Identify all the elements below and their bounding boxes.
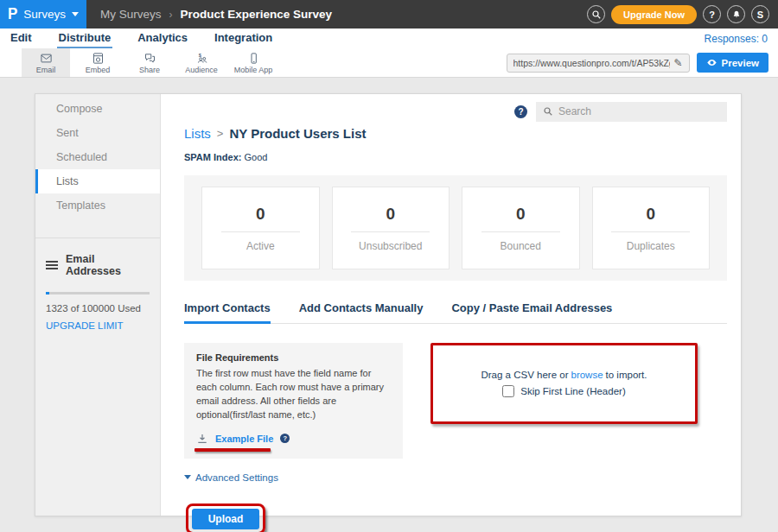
sidebar-item-templates[interactable]: Templates <box>35 193 160 218</box>
eye-icon <box>706 57 717 68</box>
tab-add-contacts-manually[interactable]: Add Contacts Manually <box>299 301 424 324</box>
search-icon <box>591 10 602 20</box>
skip-first-line-checkbox[interactable] <box>502 385 514 397</box>
file-requirements-body: The first row must have the field name f… <box>196 367 391 422</box>
dropzone-text-after: to import. <box>606 370 647 380</box>
survey-url-box: ✎ <box>507 54 690 73</box>
responses-count[interactable]: Responses: 0 <box>705 28 778 48</box>
upgrade-limit-link[interactable]: UPGRADE LIMIT <box>46 320 150 331</box>
stat-value: 0 <box>386 205 395 224</box>
contacts-search-input[interactable] <box>558 105 720 117</box>
chevron-down-icon <box>184 475 191 479</box>
page-help-button[interactable]: ? <box>514 105 527 118</box>
channel-audience[interactable]: $ Audience <box>177 48 226 77</box>
download-icon <box>196 433 208 445</box>
channel-label: Audience <box>185 66 218 74</box>
channel-label: Embed <box>86 66 111 74</box>
stat-card-duplicates: 0 Duplicates <box>592 187 711 269</box>
mobile-app-icon <box>247 52 260 65</box>
stat-value: 0 <box>256 205 265 224</box>
advanced-settings-label: Advanced Settings <box>195 472 278 483</box>
stat-label: Duplicates <box>627 240 675 252</box>
email-sidebar: Compose Sent Scheduled Lists Templates E… <box>35 94 161 516</box>
sidebar-item-scheduled[interactable]: Scheduled <box>35 145 160 169</box>
list-icon <box>46 261 58 269</box>
distribute-toolbar: Email Embed Share $ Audience Mobile App … <box>0 48 778 78</box>
stat-label: Active <box>246 240 275 252</box>
usage-text: 1323 of 100000 Used <box>46 303 150 314</box>
file-requirements-box: File Requirements The first row must hav… <box>184 343 403 459</box>
questionpro-logo: P <box>8 5 17 23</box>
channel-mobile-app[interactable]: Mobile App <box>229 48 277 77</box>
channel-label: Email <box>36 66 56 74</box>
breadcrumb-separator-icon: > <box>217 127 224 140</box>
browse-link[interactable]: browse <box>571 370 603 380</box>
breadcrumb-separator-icon: › <box>169 9 173 21</box>
sidebar-item-compose[interactable]: Compose <box>35 97 160 121</box>
bell-icon <box>731 10 742 20</box>
nav-edit[interactable]: Edit <box>9 28 34 48</box>
list-breadcrumb: Lists > NY Product Users List <box>184 126 727 141</box>
product-menu-label: Surveys <box>23 8 66 21</box>
stat-card-unsubscribed: 0 Unsubscribed <box>332 187 450 269</box>
preview-button[interactable]: Preview <box>697 53 768 73</box>
sidebar-item-lists[interactable]: Lists <box>35 169 160 193</box>
example-file-help-button[interactable]: ? <box>280 434 290 443</box>
share-icon <box>143 52 156 65</box>
avatar[interactable]: S <box>751 5 769 23</box>
list-detail-main: ? Lists > NY Product Users List SPAM Ind… <box>161 94 741 516</box>
dropzone-text: Drag a CSV here orbrowseto import. <box>481 370 647 380</box>
survey-title: Product Experience Survey <box>181 8 333 21</box>
example-file-row: Example File ? <box>196 433 290 445</box>
stat-divider <box>481 231 560 232</box>
topbar-actions: Upgrade Now ? S <box>587 0 778 28</box>
survey-nav: Edit Distribute Analytics Integration Re… <box>0 28 778 48</box>
advanced-settings-toggle[interactable]: Advanced Settings <box>184 472 278 483</box>
list-name: NY Product Users List <box>229 126 366 141</box>
stat-label: Bounced <box>501 240 541 252</box>
stat-card-active: 0 Active <box>201 187 320 269</box>
channel-email[interactable]: Email <box>22 48 70 77</box>
breadcrumb: My Surveys › Product Experience Survey <box>86 0 587 28</box>
channel-share[interactable]: Share <box>125 48 174 77</box>
stat-divider <box>351 231 430 232</box>
help-search-row: ? <box>184 101 727 122</box>
dropzone-text-before: Drag a CSV here or <box>481 370 568 380</box>
sidebar-item-sent[interactable]: Sent <box>35 121 160 145</box>
stat-value: 0 <box>516 205 526 224</box>
skip-first-line-label: Skip First Line (Header) <box>520 386 625 396</box>
contacts-search-box <box>536 102 727 122</box>
topbar: P Surveys My Surveys › Product Experienc… <box>0 0 778 28</box>
channel-embed[interactable]: Embed <box>73 48 122 77</box>
csv-dropzone[interactable]: Drag a CSV here orbrowseto import. Skip … <box>430 343 698 424</box>
product-switcher[interactable]: P Surveys <box>0 0 86 28</box>
tab-copy-paste-email-addresses[interactable]: Copy / Paste Email Addresses <box>451 301 612 324</box>
stat-label: Unsubscribed <box>359 240 422 252</box>
survey-url-input[interactable] <box>513 58 671 68</box>
upload-button[interactable]: Upload <box>192 509 259 529</box>
nav-integration[interactable]: Integration <box>213 28 274 48</box>
email-addresses-title: Email Addresses <box>66 253 150 277</box>
stat-card-bounced: 0 Bounced <box>462 187 580 269</box>
channel-label: Mobile App <box>234 66 273 74</box>
toolbar-right: ✎ Preview <box>507 48 778 77</box>
search-icon <box>543 106 553 117</box>
stat-divider <box>611 231 690 232</box>
list-stats: 0 Active 0 Unsubscribed 0 Bounced 0 Dupl… <box>184 175 727 281</box>
tab-import-contacts[interactable]: Import Contacts <box>184 301 271 324</box>
import-section: File Requirements The first row must hav… <box>184 343 727 459</box>
search-button[interactable] <box>587 5 605 23</box>
notifications-button[interactable] <box>727 5 745 23</box>
channel-label: Share <box>139 66 160 74</box>
upgrade-now-button[interactable]: Upgrade Now <box>611 5 697 24</box>
nav-distribute[interactable]: Distribute <box>57 28 113 48</box>
nav-analytics[interactable]: Analytics <box>136 28 189 48</box>
edit-url-icon[interactable]: ✎ <box>673 57 682 69</box>
email-icon <box>40 52 53 65</box>
help-button[interactable]: ? <box>703 5 721 23</box>
breadcrumb-lists-link[interactable]: Lists <box>184 126 211 141</box>
email-addresses-section: Email Addresses 1323 of 100000 Used UPGR… <box>35 238 160 331</box>
spam-index-label: SPAM Index: <box>184 152 241 162</box>
breadcrumb-my-surveys[interactable]: My Surveys <box>100 8 162 21</box>
example-file-link[interactable]: Example File <box>215 434 273 444</box>
